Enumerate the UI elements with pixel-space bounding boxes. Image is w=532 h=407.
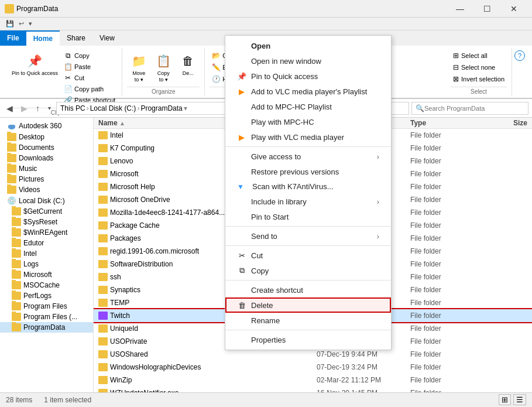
ctx-vlc-icon: ▶ [237,87,246,96]
ribbon-group-select: ⊞ Select all ⊟ Select none ⊠ Invert sele… [446,48,512,95]
sidebar-item-downloads[interactable]: Downloads [0,153,93,163]
history-icon: 🕐 [211,74,221,84]
sidebar-item-intel[interactable]: Intel [0,248,93,259]
search-box[interactable]: 🔍 [411,102,528,115]
recent-button[interactable]: ▾ [45,103,54,113]
sidebar-item-autodesk360[interactable]: Autodesk 360 [0,120,93,132]
ctx-sep-4 [225,280,391,281]
sidebar-item-desktop[interactable]: Desktop [0,132,93,142]
ctx-scan-k7[interactable]: ▼ Scan with K7AntiVirus... [225,179,391,194]
paste-button[interactable]: 📋 Paste [61,61,117,72]
ribbon-group-organize: 📁 Moveto ▾ 📋 Copyto ▾ 🗑 De... Organize [122,48,205,95]
view-large-icons-button[interactable]: ⊞ [499,394,511,405]
sidebar-item-program-files-x86[interactable]: Program Files (... [0,312,93,322]
folder-icon [98,221,108,230]
folder-icon [98,337,108,346]
sidebar-item-msocache[interactable]: MSOCache [0,280,93,290]
copy-path-icon: 📄 [63,84,73,94]
ctx-include-library[interactable]: Include in library › [225,194,391,209]
documents-folder-icon [7,143,16,152]
ctx-sep-3 [225,245,391,246]
pin-to-quick-access-button[interactable]: 📌 Pin to Quick access [9,50,60,78]
sidebar-item-music[interactable]: Music [0,163,93,174]
select-none-icon: ⊟ [453,63,459,71]
sidebar-item-local-disk[interactable]: 💿 Local Disk (C:) [0,195,93,206]
ctx-open-new-window[interactable]: Open in new window [225,53,391,69]
sidebar-item-logs[interactable]: Logs [0,259,93,269]
table-row[interactable]: WZUpdateNotifier.exe16-Nov-20 1:45 PMFil… [94,387,532,392]
help-button[interactable]: ? [514,50,525,61]
search-icon: 🔍 [416,104,424,112]
svg-point-1 [8,125,12,128]
move-to-button[interactable]: 📁 Moveto ▾ [127,50,150,84]
ctx-add-mpc-playlist[interactable]: Add to MPC-HC Playlist [225,99,391,114]
downloads-folder-icon [7,154,16,162]
ctx-create-shortcut[interactable]: Create shortcut [225,282,391,297]
table-row[interactable]: WindowsHolographicDevices07-Dec-19 3:24 … [94,361,532,374]
copy-path-button[interactable]: 📄 Copy path [61,84,117,94]
ctx-give-access[interactable]: Give access to › [225,149,391,164]
folder-icon [98,324,108,333]
help-area: ? [512,48,527,95]
ctx-send-arrow: › [377,232,379,241]
select-none-button[interactable]: ⊟ Select none [451,62,507,73]
sidebar-item-perflogs[interactable]: PerfLogs [0,290,93,301]
cut-button[interactable]: ✂ Cut [61,73,117,83]
select-label: Select [451,87,507,96]
folder-icon [98,286,108,294]
qa-undo-button[interactable]: ↩ [16,19,26,29]
maximize-button[interactable]: ☐ [473,0,500,18]
tab-share[interactable]: Share [60,30,92,46]
sidebar-item-program-files[interactable]: Program Files [0,301,93,312]
ctx-restore-icon [237,167,246,176]
ctx-pin-icon: 📌 [237,71,246,81]
table-row[interactable]: WinZip02-Mar-22 11:12 PMFile folder [94,374,532,387]
delete-button[interactable]: 🗑 De... [176,50,200,77]
ctx-play-vlc[interactable]: ▶ Play with VLC media player [225,129,391,145]
qa-dropdown-button[interactable]: ▾ [26,19,35,29]
minimize-button[interactable]: — [447,0,473,18]
sidebar-item-microsoft[interactable]: Microsoft [0,269,93,280]
search-input[interactable] [424,105,524,112]
sidebar-item-programdata[interactable]: ProgramData [0,322,93,333]
sidebar-item-pictures[interactable]: Pictures [0,174,93,184]
folder-icon [98,389,108,392]
ctx-open[interactable]: Open [225,38,391,53]
sidebar-item-getcurrent[interactable]: $GetCurrent [0,206,93,217]
qa-save-button[interactable]: 💾 [4,19,16,29]
sidebar-item-videos[interactable]: Videos [0,184,93,195]
ctx-properties[interactable]: Properties [225,332,391,347]
drive-icon: 💿 [7,196,16,205]
ctx-pin-start[interactable]: Pin to Start [225,209,391,224]
ctx-cut-icon: ✂ [237,251,246,260]
up-button[interactable]: ↑ [33,102,43,115]
ctx-cut[interactable]: ✂ Cut [225,248,391,263]
forward-button[interactable]: ▶ [18,102,30,115]
ctx-rename[interactable]: Rename [225,313,391,328]
ctx-add-vlc-playlist[interactable]: ▶ Add to VLC media player's Playlist [225,84,391,99]
tab-view[interactable]: View [92,30,122,46]
close-button[interactable]: ✕ [500,0,527,18]
ctx-restore-versions[interactable]: Restore previous versions [225,164,391,179]
sidebar-item-winreagent[interactable]: $WinREAgent [0,227,93,238]
ctx-copy[interactable]: ⧉ Copy [225,263,391,278]
back-button[interactable]: ◀ [4,102,16,115]
programdata-icon [12,323,21,331]
ctx-pin-quick-access[interactable]: 📌 Pin to Quick access [225,69,391,84]
sidebar-item-sysreset[interactable]: $SysReset [0,217,93,227]
tab-file[interactable]: File [0,30,26,46]
col-header-type[interactable]: Type [410,119,480,127]
folder-icon [98,131,108,139]
invert-selection-button[interactable]: ⊠ Invert selection [451,74,507,84]
ctx-play-mpc[interactable]: Play with MPC-HC [225,114,391,129]
col-header-size[interactable]: Size [480,119,527,127]
sidebar-item-edutor[interactable]: Edutor [0,238,93,248]
tab-home[interactable]: Home [26,30,60,46]
copy-to-button[interactable]: 📋 Copyto ▾ [152,50,175,84]
sidebar-item-documents[interactable]: Documents [0,142,93,153]
ctx-delete[interactable]: 🗑 Delete [225,297,391,313]
view-details-button[interactable]: ☰ [513,394,526,405]
select-all-button[interactable]: ⊞ Select all [451,50,507,61]
copy-button[interactable]: ⧉ Copy [61,50,117,61]
ctx-send-to[interactable]: Send to › [225,228,391,244]
